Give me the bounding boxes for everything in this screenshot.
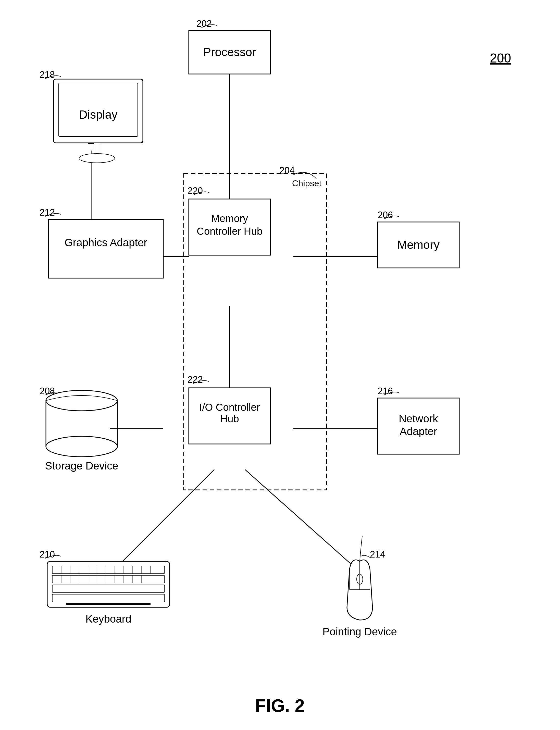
svg-text:222: 222: [188, 374, 203, 385]
svg-rect-25: [48, 219, 163, 278]
svg-text:Display: Display: [79, 108, 118, 121]
svg-text:Memory: Memory: [397, 238, 440, 251]
svg-point-38: [46, 390, 117, 411]
svg-text:Adapter: Adapter: [400, 425, 437, 437]
svg-text:Memory: Memory: [211, 213, 248, 224]
svg-text:Hub: Hub: [220, 413, 239, 424]
svg-text:212: 212: [40, 207, 55, 218]
svg-text:Network: Network: [399, 413, 438, 425]
svg-text:204: 204: [279, 165, 295, 176]
svg-text:214: 214: [370, 549, 385, 560]
svg-text:202: 202: [196, 18, 212, 29]
svg-point-41: [46, 436, 117, 457]
svg-point-35: [79, 154, 115, 163]
svg-text:208: 208: [40, 386, 55, 396]
svg-text:Processor: Processor: [203, 45, 256, 59]
svg-text:Pointing Device: Pointing Device: [322, 626, 397, 638]
svg-text:FIG. 2: FIG. 2: [255, 696, 305, 716]
diagram-container: Processor 202 Memory Controller Hub 220 …: [0, 0, 560, 730]
svg-line-9: [245, 469, 362, 574]
svg-text:Keyboard: Keyboard: [85, 613, 131, 625]
svg-text:Storage Device: Storage Device: [45, 460, 118, 472]
svg-text:I/O Controller: I/O Controller: [199, 402, 260, 413]
svg-text:Controller Hub: Controller Hub: [197, 226, 263, 237]
svg-text:200: 200: [490, 51, 511, 65]
svg-text:Graphics Adapter: Graphics Adapter: [65, 237, 147, 249]
svg-text:210: 210: [40, 549, 55, 560]
svg-rect-70: [66, 603, 151, 605]
svg-text:218: 218: [40, 69, 55, 80]
svg-rect-44: [47, 561, 170, 607]
svg-line-8: [110, 469, 214, 574]
svg-text:Chipset: Chipset: [292, 178, 322, 188]
